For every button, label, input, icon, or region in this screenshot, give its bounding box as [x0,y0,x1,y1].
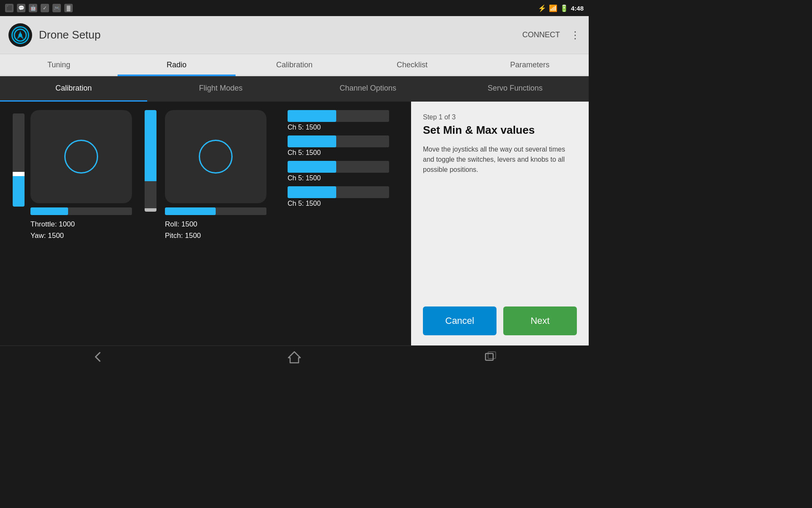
sub-tabs: Calibration Flight Modes Channel Options… [0,76,589,102]
top-tabs: Tuning Radio Calibration Checklist Param… [0,54,589,76]
channel-label-1: Ch 5: 1500 [288,124,403,131]
left-joystick-col: Throttle: 1000 Yaw: 1500 [30,110,132,241]
back-button[interactable] [91,349,106,364]
right-horiz-slider-container [165,207,266,215]
right-joystick-col: Roll: 1500 Pitch: 1500 [165,110,266,241]
more-options-icon[interactable]: ⋮ [570,29,580,41]
left-joystick-box[interactable] [30,110,132,203]
right-joystick-box[interactable] [165,110,266,203]
status-time: 4:48 [571,5,584,12]
channel-bar-bg-3 [288,161,389,173]
channel-row-1: Ch 5: 1500 [288,110,403,131]
channel-bar-fill-3 [288,161,336,173]
channel-label-3: Ch 5: 1500 [288,174,403,182]
dialog-body: Move the joysticks all the way out sever… [423,144,577,298]
chat-icon: 💬 [17,4,25,12]
wifi-icon: 📶 [549,4,557,12]
app-bar: Drone Setup CONNECT ⋮ [0,16,589,54]
right-joystick-group: Roll: 1500 Pitch: 1500 [165,110,266,241]
subtab-flight-modes[interactable]: Flight Modes [147,76,294,102]
dialog-title: Set Min & Max values [423,124,577,137]
left-vertical-slider-thumb [13,172,25,176]
left-vertical-slider-fill [13,174,25,207]
channel-label-4: Ch 5: 1500 [288,200,403,207]
battery-icon: 🔋 [560,4,568,12]
tab-radio[interactable]: Radio [118,55,235,76]
right-joystick-circle [199,140,233,174]
status-icons-left: ⬛ 💬 🤖 ✓ 🎮 ▓ [5,4,73,12]
main-content: Throttle: 1000 Yaw: 1500 [0,102,589,345]
status-right: ⚡ 📶 🔋 4:48 [538,4,584,12]
left-joystick-circle [64,140,98,174]
tab-parameters[interactable]: Parameters [471,55,589,76]
left-joystick-group: Throttle: 1000 Yaw: 1500 [13,110,132,241]
nav-bar [0,345,589,367]
channel-bar-fill-4 [288,186,336,198]
bluetooth-icon: ⚡ [538,4,546,12]
channel-bar-fill-2 [288,135,336,147]
gamepad-icon: 🎮 [52,4,61,12]
channel-bar-bg-2 [288,135,389,147]
subtab-calibration[interactable]: Calibration [0,76,147,102]
channels-section: Ch 5: 1500 Ch 5: 1500 Ch 5: 1500 [288,110,403,207]
channel-row-3: Ch 5: 1500 [288,161,403,182]
barcode-icon: ▓ [64,4,73,12]
channel-bar-fill-1 [288,110,336,122]
cancel-button[interactable]: Cancel [423,306,497,335]
logo-inner [11,26,29,44]
next-button[interactable]: Next [503,306,577,335]
status-bar: ⬛ 💬 🤖 ✓ 🎮 ▓ ⚡ 📶 🔋 4:48 [0,0,589,16]
svg-point-1 [19,33,22,37]
left-vertical-slider[interactable] [13,113,25,207]
dialog-buttons: Cancel Next [423,306,577,335]
joystick-panel: Throttle: 1000 Yaw: 1500 [0,102,411,345]
svg-rect-3 [486,353,493,360]
home-button[interactable] [287,349,302,364]
android-icon: 🤖 [29,4,37,12]
svg-marker-2 [288,352,300,363]
yaw-label: Yaw: 1500 [30,230,132,241]
tab-tuning[interactable]: Tuning [0,55,118,76]
channel-bar-bg-4 [288,186,389,198]
svg-rect-4 [488,352,496,359]
left-joystick-labels: Throttle: 1000 Yaw: 1500 [30,218,132,241]
dialog-step-label: Step 1 of 3 [423,113,577,121]
left-horiz-slider-fill [30,207,68,215]
tab-calibration[interactable]: Calibration [236,55,353,76]
center-vertical-slider[interactable] [145,110,156,212]
pitch-label: Pitch: 1500 [165,230,266,241]
center-vertical-fill [145,110,156,181]
throttle-label: Throttle: 1000 [30,218,132,230]
dialog-panel: Step 1 of 3 Set Min & Max values Move th… [411,102,589,345]
channel-label-2: Ch 5: 1500 [288,149,403,157]
subtab-channel-options[interactable]: Channel Options [294,76,442,102]
left-horiz-slider-container [30,207,132,215]
right-horiz-slider-fill [165,207,216,215]
channel-row-2: Ch 5: 1500 [288,135,403,157]
roll-label: Roll: 1500 [165,218,266,230]
right-horiz-slider-bg[interactable] [165,207,266,215]
center-slider-thumb [145,208,156,212]
notification-icon: ⬛ [5,4,14,12]
app-logo [8,23,32,47]
app-title: Drone Setup [39,28,522,41]
channel-bar-bg-1 [288,110,389,122]
connect-button[interactable]: CONNECT [522,30,560,39]
tab-checklist[interactable]: Checklist [353,55,471,76]
channel-row-4: Ch 5: 1500 [288,186,403,207]
right-joystick-labels: Roll: 1500 Pitch: 1500 [165,218,266,241]
subtab-servo-functions[interactable]: Servo Functions [442,76,589,102]
recent-apps-button[interactable] [483,349,498,364]
check-icon: ✓ [41,4,49,12]
center-slider-group [145,110,156,212]
joystick-row: Throttle: 1000 Yaw: 1500 [13,110,403,337]
left-horiz-slider-bg[interactable] [30,207,132,215]
